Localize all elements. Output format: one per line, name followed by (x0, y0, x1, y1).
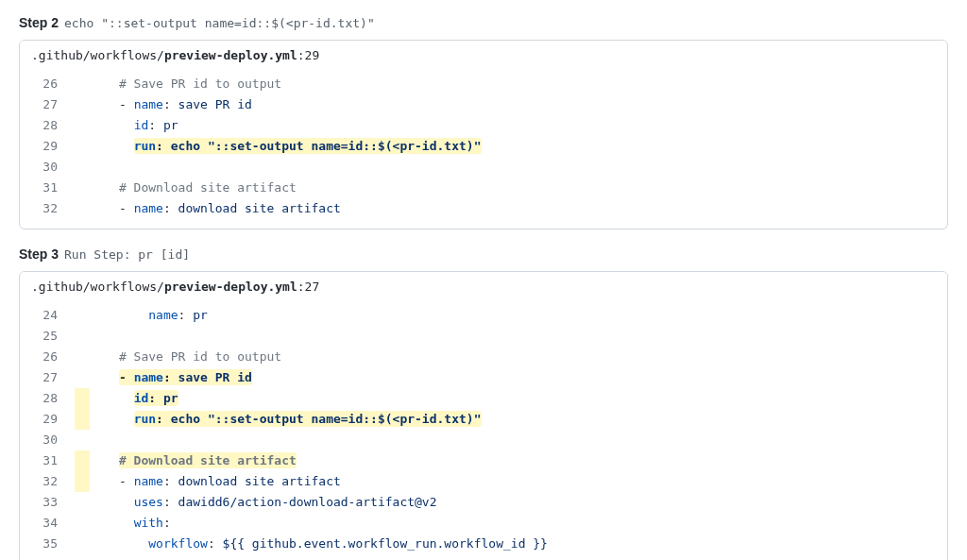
token: save PR id (178, 370, 252, 384)
line-number[interactable]: 26 (20, 74, 75, 94)
line-number[interactable]: 27 (20, 367, 75, 388)
code-line: 24 name: pr (20, 305, 947, 326)
token: # Save PR id to output (119, 76, 281, 91)
token: download site artifact (178, 201, 341, 215)
highlight: run: echo "::set-output name=id::$(<pr-i… (134, 138, 482, 154)
token: : (156, 412, 171, 426)
line-number[interactable]: 33 (20, 492, 75, 513)
line-number[interactable]: 32 (20, 471, 75, 492)
line-number[interactable]: 28 (20, 388, 75, 409)
code-line: 28 id: pr (20, 115, 947, 136)
token: dawidd6/action-download-artifact@v2 (178, 495, 437, 509)
token: id (134, 391, 149, 405)
line-content: with: (75, 513, 947, 534)
line-number[interactable]: 30 (20, 430, 75, 450)
line-content: - name: save PR id (75, 94, 947, 115)
line-number[interactable]: 26 (20, 347, 75, 367)
code-line: 27 - name: save PR id (20, 94, 947, 115)
line-number[interactable]: 31 (20, 450, 75, 471)
line-number[interactable]: 30 (20, 157, 75, 178)
code-line: 32 - name: download site artifact (20, 198, 947, 219)
highlight-leading (75, 388, 90, 409)
line-content: # Download site artifact (75, 178, 947, 198)
token: save PR id (178, 97, 252, 111)
line-content: id: pr (75, 115, 947, 136)
token: - (119, 474, 134, 488)
code-line: 29 run: echo "::set-output name=id::$(<p… (20, 136, 947, 157)
token: : (148, 391, 163, 405)
token: pr (163, 391, 178, 405)
token: : (163, 201, 178, 215)
token: : (163, 370, 178, 384)
code-line: 29 run: echo "::set-output name=id::$(<p… (20, 409, 947, 430)
line-content (75, 326, 947, 347)
token: name (134, 370, 163, 384)
token: name (148, 308, 178, 322)
file-path-prefix: .github/workflows/ (31, 48, 164, 62)
token: name (134, 201, 163, 215)
code-line: 35 workflow: ${{ github.event.workflow_r… (20, 534, 947, 554)
highlight: id: pr (134, 390, 178, 406)
highlight-leading (75, 409, 90, 430)
token: : (178, 308, 194, 322)
token: pr (163, 118, 178, 132)
line-number[interactable]: 28 (20, 115, 75, 136)
code-line: 30 (20, 157, 947, 178)
line-content: uses: dawidd6/action-download-artifact@v… (75, 492, 947, 513)
line-number[interactable]: 34 (20, 513, 75, 534)
token: echo "::set-output name=id::$(<pr-id.txt… (171, 139, 482, 153)
code-line: 33 uses: dawidd6/action-download-artifac… (20, 492, 947, 513)
code-line: 28 id: pr (20, 388, 947, 409)
token: # Save PR id to output (119, 349, 281, 364)
line-number[interactable]: 29 (20, 409, 75, 430)
line-content (75, 430, 947, 450)
token: : (163, 495, 178, 509)
token: workflow (148, 536, 208, 551)
step-header: Step 3Run Step: pr [id] (19, 246, 948, 262)
file-path-prefix: .github/workflows/ (31, 280, 164, 294)
token: echo "::set-output name=id::$(<pr-id.txt… (171, 412, 482, 426)
line-number[interactable]: 27 (20, 94, 75, 115)
highlight-leading (75, 450, 90, 471)
code-line: 30 (20, 430, 947, 450)
token: - (119, 97, 134, 111)
code-line: 34 with: (20, 513, 947, 534)
code-line: 25 (20, 326, 947, 347)
file-path[interactable]: .github/workflows/preview-deploy.yml:29 (20, 41, 947, 70)
code-lines: 26 # Save PR id to output27 - name: save… (20, 70, 947, 229)
token: pr (193, 308, 208, 322)
line-number[interactable]: 24 (20, 305, 75, 326)
highlight: run: echo "::set-output name=id::$(<pr-i… (134, 411, 482, 427)
step-label: Step 2 (19, 15, 59, 30)
token: uses (134, 495, 163, 509)
line-number[interactable]: 29 (20, 136, 75, 157)
token: download site artifact (178, 474, 341, 488)
file-line-number: :27 (297, 280, 319, 294)
token: run (134, 412, 156, 426)
line-number[interactable]: 35 (20, 534, 75, 554)
line-content: workflow: ${{ github.event.workflow_run.… (75, 534, 947, 554)
line-number[interactable]: 32 (20, 198, 75, 219)
token: run (134, 139, 156, 153)
line-content: # Download site artifact (75, 450, 947, 471)
line-content: name: pr (75, 305, 947, 326)
line-content: run: echo "::set-output name=id::$(<pr-i… (75, 409, 947, 430)
file-path[interactable]: .github/workflows/preview-deploy.yml:27 (20, 272, 947, 301)
code-line: 31 # Download site artifact (20, 178, 947, 198)
highlight: - name: save PR id (119, 369, 252, 385)
token: : (163, 97, 178, 111)
token: - (119, 370, 134, 384)
code-line: 31 # Download site artifact (20, 450, 947, 471)
line-number[interactable]: 25 (20, 326, 75, 347)
file-name: preview-deploy.yml (164, 280, 297, 294)
line-number[interactable]: 31 (20, 178, 75, 198)
token: : (163, 474, 178, 488)
step-section: Step 2echo "::set-output name=id::$(<pr-… (19, 15, 948, 229)
token: name (134, 97, 163, 111)
token: with (134, 516, 163, 530)
token: name (134, 474, 163, 488)
highlight: # Download site artifact (119, 452, 297, 468)
step-header: Step 2echo "::set-output name=id::$(<pr-… (19, 15, 948, 30)
line-content: - name: download site artifact (75, 198, 947, 219)
line-content (75, 157, 947, 178)
